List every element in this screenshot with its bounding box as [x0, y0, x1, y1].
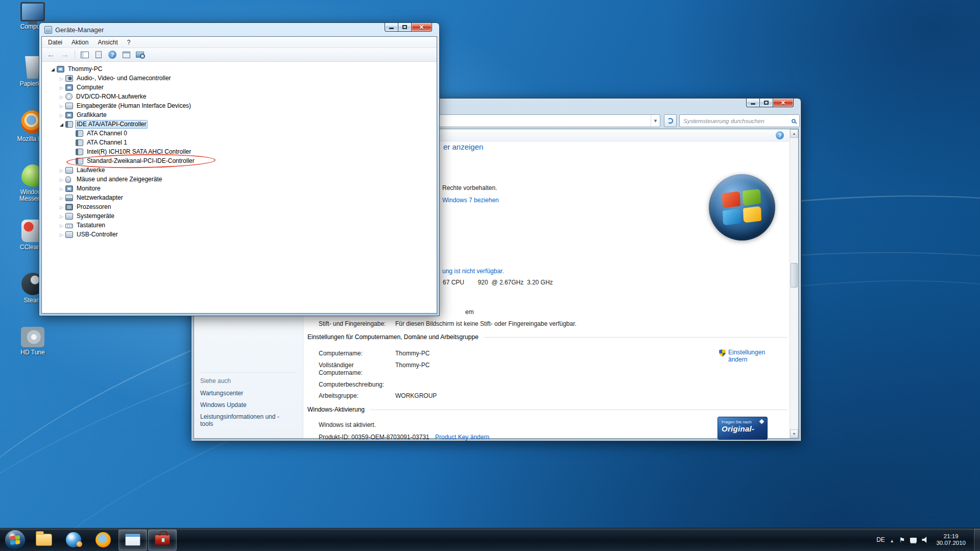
- desktop-icon-hdtune[interactable]: HD Tune: [7, 327, 58, 356]
- tree-item-selected[interactable]: IDE ATA/ATAPI-Controller: [42, 119, 437, 129]
- back-icon[interactable]: [45, 49, 57, 60]
- tree-item[interactable]: Audio-, Video- und Gamecontroller: [42, 74, 437, 83]
- tree-item[interactable]: ATA Channel 0: [42, 129, 437, 138]
- language-indicator[interactable]: DE: [876, 536, 885, 543]
- menu-aktion[interactable]: Aktion: [67, 37, 93, 47]
- tree-item[interactable]: Systemgeräte: [42, 211, 437, 221]
- tree-item-label: Thommy-PC: [66, 65, 104, 73]
- search-input[interactable]: [683, 118, 789, 124]
- product-id: Produkt-ID: 00359-OEM-8703091-03731: [319, 434, 429, 441]
- expander-icon[interactable]: [58, 231, 65, 238]
- maximize-button[interactable]: [760, 99, 773, 107]
- tree-item-root[interactable]: Thommy-PC: [42, 64, 437, 74]
- windows-start-icon: [10, 535, 20, 545]
- refresh-icon: [667, 118, 673, 124]
- close-button[interactable]: [773, 99, 794, 107]
- minimize-button[interactable]: [385, 23, 398, 32]
- tree-item-label: Systemgeräte: [75, 212, 116, 220]
- full-computer-name-value: Thommy-PC: [395, 362, 429, 369]
- cpu-fragment: 67 CPU 920 @ 2.67GHz 3.20 GHz: [443, 279, 553, 286]
- clock[interactable]: 21:19 30.07.2010: [936, 533, 966, 546]
- start-button[interactable]: [5, 530, 26, 550]
- expander-icon[interactable]: [58, 111, 65, 119]
- system-device-icon: [65, 213, 73, 220]
- expander-icon[interactable]: [58, 84, 65, 91]
- expander-icon[interactable]: [58, 93, 65, 101]
- taskbar-explorer-button[interactable]: [30, 530, 58, 550]
- volume-icon[interactable]: [922, 537, 928, 543]
- tree-item[interactable]: Mäuse und andere Zeigegeräte: [42, 175, 437, 184]
- search-box[interactable]: [679, 114, 800, 127]
- tree-item-circled[interactable]: Standard-Zweikanal-PCI-IDE-Controller: [42, 156, 437, 165]
- refresh-button[interactable]: [664, 114, 677, 127]
- activation-status: Windows ist aktiviert.: [319, 421, 376, 428]
- forward-icon[interactable]: [59, 49, 71, 60]
- expander-icon[interactable]: [58, 75, 65, 82]
- tree-item[interactable]: Prozessoren: [42, 202, 437, 211]
- tree-item[interactable]: DVD/CD-ROM-Laufwerke: [42, 92, 437, 101]
- explorer-icon: [36, 534, 52, 546]
- scroll-up-icon[interactable]: [790, 129, 798, 138]
- network-icon[interactable]: [910, 538, 917, 542]
- change-product-key-link[interactable]: Product Key ändern: [435, 434, 489, 441]
- expander-icon[interactable]: [58, 222, 65, 229]
- tree-item-label: DVD/CD-ROM-Laufwerke: [75, 93, 148, 101]
- expander-icon[interactable]: [58, 185, 65, 193]
- chevron-down-icon[interactable]: [651, 115, 660, 127]
- scrollbar-thumb[interactable]: [791, 263, 798, 288]
- expander-icon[interactable]: [58, 102, 65, 110]
- section-title: Einstellungen für Computernamen, Domäne …: [307, 333, 479, 341]
- tree-item[interactable]: ATA Channel 1: [42, 138, 437, 147]
- firefox-icon: [95, 532, 111, 547]
- network-adapter-icon: [65, 195, 73, 201]
- page-title-fragment: er anzeigen: [443, 142, 483, 151]
- taskbar-system-window-button[interactable]: [118, 530, 147, 550]
- menu-hilfe[interactable]: ?: [123, 37, 135, 47]
- menu-datei[interactable]: Datei: [43, 37, 67, 47]
- export-list-button[interactable]: [92, 49, 105, 60]
- system-rating-link[interactable]: ung ist nicht verfügbar.: [442, 268, 504, 275]
- properties-button[interactable]: [120, 49, 132, 60]
- taskbar-firefox-button[interactable]: [89, 530, 117, 550]
- taskbar-media-player-button[interactable]: [59, 530, 88, 550]
- tree-item[interactable]: Monitore: [42, 184, 437, 193]
- expander-icon[interactable]: [58, 203, 65, 211]
- help-button[interactable]: [106, 49, 118, 60]
- get-windows7-link[interactable]: Windows 7 beziehen: [442, 197, 499, 204]
- tree-item[interactable]: USB-Controller: [42, 230, 437, 239]
- device-manager-titlebar[interactable]: Geräte-Manager: [39, 23, 439, 36]
- keyboard-device-icon: [65, 224, 73, 228]
- expander-icon[interactable]: [49, 65, 57, 73]
- show-desktop-button[interactable]: [973, 529, 980, 551]
- tree-item[interactable]: Eingabegeräte (Human Interface Devices): [42, 101, 437, 110]
- maximize-button[interactable]: [398, 23, 412, 32]
- expander-icon[interactable]: [58, 121, 65, 128]
- minimize-button[interactable]: [746, 99, 760, 107]
- device-manager-window: Geräte-Manager Datei Aktion Ansicht ?: [39, 22, 440, 316]
- close-button[interactable]: [412, 23, 432, 32]
- tree-item[interactable]: Intel(R) ICH10R SATA AHCI Controller: [42, 147, 437, 156]
- expander-icon[interactable]: [58, 194, 65, 202]
- change-settings-label[interactable]: Einstellungen ändern: [728, 349, 779, 363]
- expander-icon[interactable]: [58, 176, 65, 183]
- dvd-device-icon: [65, 93, 73, 100]
- change-settings-link[interactable]: Einstellungen ändern: [719, 349, 779, 363]
- genuine-badge-line2: Original-: [722, 424, 763, 433]
- hidden-icons-chevron-icon[interactable]: [890, 535, 894, 544]
- scroll-down-icon[interactable]: [790, 429, 798, 438]
- action-center-flag-icon[interactable]: [899, 535, 905, 544]
- console-tree-button[interactable]: [79, 49, 91, 60]
- tree-item[interactable]: Tastaturen: [42, 221, 437, 230]
- scrollbar[interactable]: [790, 129, 798, 438]
- tree-item-label: Prozessoren: [75, 203, 112, 211]
- tree-item[interactable]: Grafikkarte: [42, 110, 437, 119]
- tree-item[interactable]: Laufwerke: [42, 165, 437, 175]
- tree-item[interactable]: Netzwerkadapter: [42, 193, 437, 202]
- expander-icon[interactable]: [58, 212, 65, 220]
- menu-ansicht[interactable]: Ansicht: [93, 37, 122, 47]
- help-icon: [108, 51, 116, 59]
- expander-icon[interactable]: [58, 166, 65, 174]
- tree-item[interactable]: Computer: [42, 83, 437, 92]
- scan-hardware-button[interactable]: [134, 49, 146, 60]
- taskbar-device-manager-button[interactable]: [148, 530, 177, 550]
